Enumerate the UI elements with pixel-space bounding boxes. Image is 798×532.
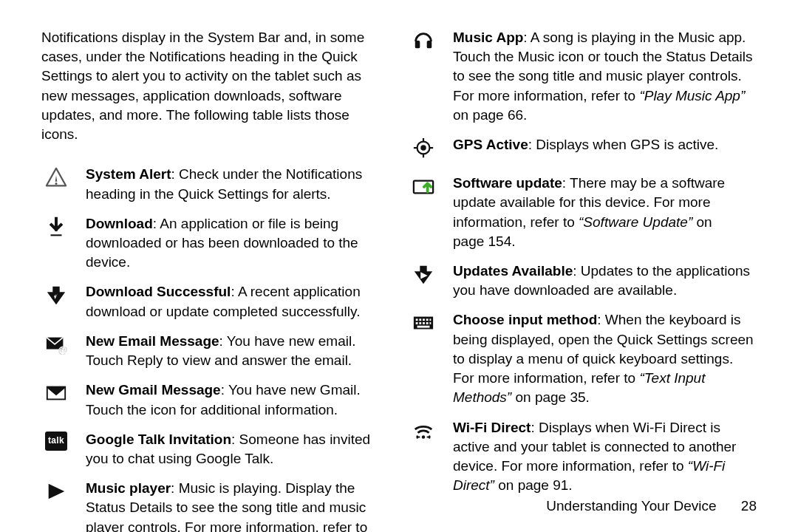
list-item: System Alert: Check under the Notificati… — [41, 165, 389, 203]
keyboard-icon — [409, 310, 438, 338]
download-successful-icon — [41, 282, 71, 310]
item-text: New Email Message: You have new email. T… — [86, 332, 389, 370]
software-update-icon — [409, 174, 438, 202]
list-item: Choose input method: When the keyboard i… — [409, 310, 757, 407]
list-item: Software update: There may be a software… — [409, 174, 757, 251]
svg-rect-20 — [416, 322, 418, 324]
system-alert-icon — [41, 165, 71, 193]
list-item: Music App: A song is playing in the Musi… — [409, 28, 757, 125]
item-text: Google Talk Invitation: Someone has invi… — [86, 430, 389, 468]
svg-rect-8 — [415, 41, 420, 48]
svg-marker-7 — [49, 484, 65, 499]
music-player-icon — [41, 479, 71, 507]
svg-marker-0 — [55, 176, 58, 182]
updates-available-icon — [409, 262, 438, 290]
footer-section: Understanding Your Device — [546, 498, 716, 514]
list-item: Updates Available: Updates to the applic… — [409, 262, 757, 300]
item-text: Choose input method: When the keyboard i… — [453, 310, 757, 407]
item-text: Software update: There may be a software… — [453, 174, 757, 251]
item-text: GPS Active: Displays when GPS is active. — [453, 135, 757, 163]
svg-rect-21 — [419, 322, 421, 324]
svg-rect-18 — [426, 319, 429, 321]
list-item: Wi-Fi Direct: Displays when Wi-Fi Direct… — [409, 418, 757, 496]
item-text: New Gmail Message: You have new Gmail. T… — [86, 381, 389, 419]
item-text: Download Successful: A recent applicatio… — [86, 282, 389, 321]
list-item: Download: An application or file is bein… — [41, 214, 389, 273]
list-item: GPS Active: Displays when GPS is active. — [409, 135, 757, 163]
item-text: System Alert: Check under the Notificati… — [86, 165, 389, 203]
left-column: Notifications display in the System Bar … — [41, 28, 389, 532]
new-gmail-icon — [41, 381, 71, 409]
google-talk-icon: talk — [41, 430, 71, 458]
item-text: Music player: Music is playing. Display … — [86, 479, 389, 532]
two-column-layout: Notifications display in the System Bar … — [41, 28, 757, 532]
svg-point-26 — [422, 435, 426, 439]
manual-page: Notifications display in the System Bar … — [0, 0, 798, 532]
svg-rect-16 — [419, 319, 421, 321]
list-item: Music player: Music is playing. Display … — [41, 479, 389, 532]
svg-rect-19 — [429, 319, 431, 321]
footer-page-number: 28 — [741, 498, 757, 514]
music-app-icon — [409, 28, 438, 56]
svg-rect-9 — [427, 41, 432, 48]
list-item: talk Google Talk Invitation: Someone has… — [41, 430, 389, 468]
svg-point-11 — [420, 145, 426, 151]
new-email-icon: @ — [41, 332, 71, 360]
svg-rect-22 — [423, 322, 425, 324]
page-footer: Understanding Your Device 28 — [546, 497, 757, 516]
right-column: Music App: A song is playing in the Musi… — [409, 28, 757, 532]
item-text: Music App: A song is playing in the Musi… — [453, 28, 757, 125]
svg-rect-2 — [51, 234, 62, 236]
wifi-direct-icon — [409, 418, 438, 446]
intro-paragraph: Notifications display in the System Bar … — [41, 28, 389, 144]
download-icon — [41, 214, 71, 242]
item-text: Wi-Fi Direct: Displays when Wi-Fi Direct… — [453, 418, 757, 496]
gps-active-icon — [409, 135, 438, 163]
svg-rect-25 — [417, 326, 430, 328]
svg-text:@: @ — [58, 344, 67, 355]
svg-rect-17 — [423, 319, 425, 321]
list-item: Download Successful: A recent applicatio… — [41, 282, 389, 321]
item-text: Download: An application or file is bein… — [86, 214, 389, 273]
svg-rect-23 — [426, 322, 429, 324]
list-item: @ New Email Message: You have new email.… — [41, 332, 389, 370]
svg-rect-24 — [429, 322, 431, 324]
item-text: Updates Available: Updates to the applic… — [453, 262, 757, 300]
svg-point-1 — [55, 183, 58, 185]
svg-rect-15 — [416, 319, 418, 321]
list-item: New Gmail Message: You have new Gmail. T… — [41, 381, 389, 419]
